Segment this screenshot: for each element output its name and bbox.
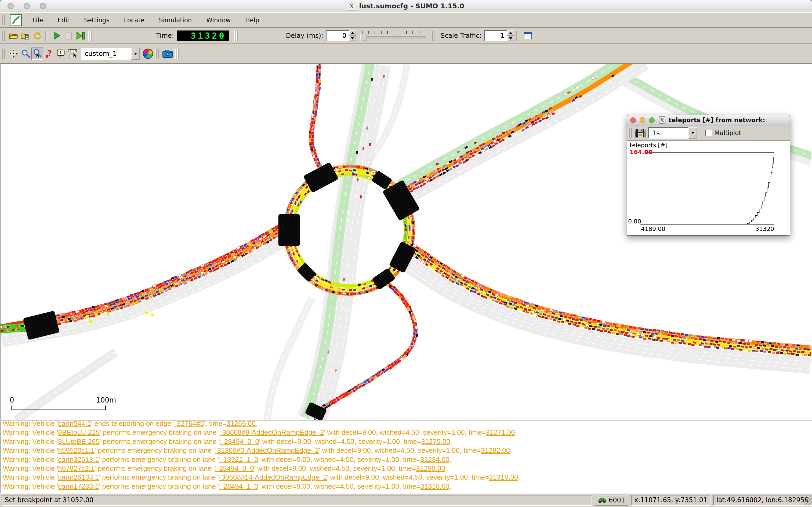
tracker-title-bar[interactable]: X teleports [#] from network: [627, 115, 790, 125]
delay-label: Delay (ms): [286, 32, 323, 40]
open-additional-button[interactable] [19, 30, 32, 42]
log-link[interactable]: 8BEtoLU.225 [58, 428, 100, 436]
log-link[interactable]: 31318.00 [420, 482, 449, 490]
log-link[interactable]: carIn17233:1 [58, 482, 99, 490]
log-link[interactable]: 31271.00 [486, 428, 515, 436]
svg-text:100m: 100m [96, 396, 116, 404]
toolbar-grip[interactable] [516, 31, 519, 41]
coloring-scheme-value[interactable]: custom_1 [81, 48, 131, 60]
toolbar-grip[interactable] [2, 49, 5, 59]
tracker-title: teleports [#] from network: [669, 117, 765, 123]
log-link[interactable]: carIn32613:1 [58, 455, 99, 463]
delay-input[interactable]: 0 [326, 30, 349, 41]
log-link[interactable]: 31269.00 [226, 420, 255, 428]
log-line: Warning: Vehicle 'carIn26133:1' performs… [3, 473, 811, 482]
x11-app-icon: X [659, 116, 665, 124]
log-line: Warning: Vehicle 'carIn17233:1' performs… [3, 482, 811, 491]
toolbar-grip[interactable] [2, 31, 5, 41]
log-link[interactable]: -30668#9-AddedOnRampEdge_2 [220, 428, 324, 436]
stop-button[interactable] [63, 30, 75, 42]
scale-up-button[interactable] [507, 30, 514, 36]
locate-structures-button[interactable]: ? [43, 48, 55, 60]
log-link[interactable]: 31284.00 [420, 455, 449, 463]
log-link[interactable]: :-28494_0_0 [215, 464, 254, 472]
open-simulation-button[interactable] [8, 30, 19, 42]
zoom-to-cursor-button[interactable] [32, 48, 43, 60]
recenter-view-button[interactable] [8, 48, 19, 60]
tracker-plot-area[interactable]: teleports [#] 164.00 0.00 4189.00 31320 [627, 141, 790, 235]
log-link[interactable]: -31366#0-AddedOnRampEdge_2 [215, 446, 319, 454]
delay-up-button[interactable] [349, 30, 356, 36]
y-min-label: 0.00 [628, 218, 641, 225]
window-title: lust.sumocfg - SUMO 1.15.0 [359, 2, 464, 10]
log-link[interactable]: -30668#14-AddedOnRampEdge_2 [219, 473, 327, 481]
scale-down-button[interactable] [507, 36, 514, 41]
menu-file[interactable]: File [25, 17, 51, 23]
cursor-geo-value: lat:49.616002, lon:6.182956 [716, 496, 809, 504]
aggregation-value[interactable]: 1s [648, 127, 689, 138]
tracker-close-button[interactable] [630, 117, 636, 123]
delay-slider[interactable] [359, 30, 427, 42]
close-window-button[interactable] [7, 3, 14, 9]
tracker-toolbar-grip[interactable] [629, 128, 632, 138]
aggregation-combo[interactable]: 1s [648, 127, 697, 138]
zoom-button[interactable] [19, 48, 32, 60]
screenshot-button[interactable] [162, 48, 173, 60]
menu-help[interactable]: Help [238, 17, 267, 23]
coloring-scheme-dropdown-button[interactable] [131, 48, 140, 60]
log-link[interactable]: 31290.00 [416, 464, 445, 472]
step-button[interactable] [75, 30, 86, 42]
log-link[interactable]: 8LUtoBE.265 [58, 438, 100, 446]
tracker-minimize-button[interactable] [640, 117, 645, 123]
log-link[interactable]: :-13922_1_0 [219, 455, 258, 463]
log-link[interactable]: :-28494_1_0 [219, 482, 258, 490]
car-icon [598, 497, 606, 503]
log-link[interactable]: h59520c1:1 [58, 446, 95, 454]
toolbar-grip[interactable] [45, 31, 48, 41]
tracker-zoom-button[interactable] [649, 117, 655, 123]
menubar-grip[interactable] [2, 15, 5, 25]
resize-grip[interactable] [804, 497, 812, 505]
delay-spinner: 0 [326, 30, 356, 41]
log-link[interactable]: :-28494_0_0 [220, 438, 259, 446]
log-link[interactable]: h67827c2:1 [58, 464, 95, 472]
vehicle-count-button[interactable]: 6001 [595, 495, 628, 506]
log-link[interactable]: -32764#5 [175, 420, 204, 428]
simulation-map-view[interactable]: 0100m X teleports [#] from network: 1s [0, 64, 812, 420]
show-tooltips-button[interactable]: ! [55, 48, 67, 60]
coloring-scheme-combo[interactable]: custom_1 [81, 48, 140, 60]
toolbar-grip[interactable] [156, 49, 159, 59]
x-max-label: 31320 [755, 226, 774, 232]
sumo-main-window: X lust.sumocfg - SUMO 1.15.0 FileEditSet… [0, 0, 812, 507]
run-button[interactable] [51, 30, 63, 42]
menu-locate[interactable]: Locate [117, 17, 152, 23]
scale-traffic-input[interactable]: 1 [484, 30, 507, 41]
log-link[interactable]: 31282.00 [481, 446, 510, 454]
new-view-button[interactable] [522, 30, 534, 42]
log-link[interactable]: carIn26133:1 [58, 473, 99, 481]
zoom-window-button[interactable] [40, 3, 46, 9]
log-link[interactable]: 31310.00 [489, 473, 518, 481]
message-log[interactable]: Warning: Vehicle 'carIn544:1' ends telep… [0, 420, 812, 494]
toolbar-grip[interactable] [432, 31, 435, 41]
toolbar-grip[interactable] [234, 31, 238, 41]
menu-edit[interactable]: Edit [51, 17, 77, 23]
log-link[interactable]: 31275.00 [421, 438, 450, 446]
toolbar-grip[interactable] [88, 31, 92, 41]
delay-down-button[interactable] [349, 36, 356, 41]
toolbar-grip[interactable] [175, 49, 179, 59]
cursor-xy-panel: x:11071.65, y:7351.01 [631, 495, 710, 506]
aggregation-dropdown-button[interactable] [689, 127, 697, 138]
menu-settings[interactable]: Settings [77, 17, 117, 23]
reload-button[interactable] [32, 30, 43, 42]
open-view-menu-button[interactable]: MENU [67, 48, 79, 60]
menu-simulation[interactable]: Simulation [152, 17, 199, 23]
menu-window[interactable]: Window [199, 17, 238, 23]
edit-coloring-button[interactable] [142, 48, 154, 60]
multiplot-checkbox[interactable] [705, 130, 711, 136]
cursor-geo-panel: lat:49.616002, lon:6.182956 [713, 495, 812, 506]
slider-handle[interactable] [360, 34, 367, 41]
log-link[interactable]: carIn544:1 [58, 420, 91, 428]
minimize-window-button[interactable] [23, 3, 30, 9]
tracker-save-button[interactable] [635, 127, 646, 138]
